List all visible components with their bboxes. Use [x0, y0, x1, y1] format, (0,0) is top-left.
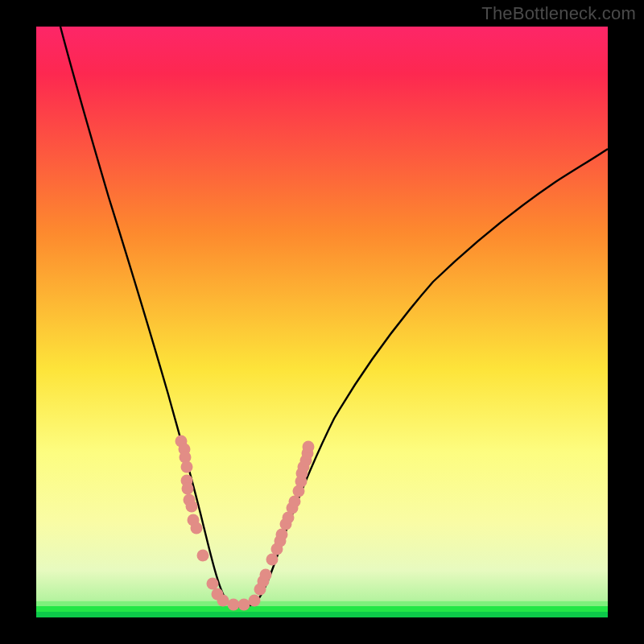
svg-rect-2 — [36, 606, 608, 612]
svg-point-9 — [182, 483, 194, 495]
green-bands — [36, 601, 608, 617]
svg-point-13 — [191, 522, 203, 535]
svg-point-7 — [181, 461, 193, 473]
svg-point-11 — [186, 501, 198, 513]
svg-point-20 — [249, 595, 261, 607]
watermark: TheBottleneck.com — [481, 3, 636, 24]
svg-point-14 — [197, 550, 209, 562]
svg-point-17 — [217, 595, 229, 607]
chart-svg — [0, 0, 644, 644]
gradient-background — [36, 27, 608, 617]
svg-point-19 — [238, 599, 250, 611]
svg-point-38 — [303, 441, 315, 453]
svg-rect-3 — [36, 612, 608, 617]
chart-container: TheBottleneck.com — [0, 0, 644, 644]
svg-point-23 — [260, 569, 272, 581]
svg-point-27 — [276, 529, 288, 541]
svg-point-24 — [266, 554, 279, 566]
svg-point-31 — [289, 496, 301, 508]
svg-rect-1 — [36, 601, 608, 606]
svg-point-15 — [207, 578, 219, 590]
svg-point-18 — [228, 599, 240, 611]
